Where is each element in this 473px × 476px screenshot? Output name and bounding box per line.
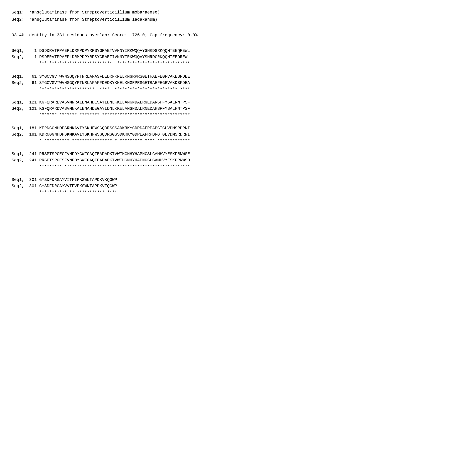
seq2-line-2: Seq2, 61 SYGCVGVTWVNSGQYPTNRLAFAFFDEDKYK…: [12, 80, 268, 86]
seq2-line-4: Seq2, 181 KDRNGGNHDPSKMKAVIYSKHFWSGQDRSG…: [12, 131, 268, 138]
seq2-description: Transglutaminase from Streptoverticilliu…: [27, 17, 157, 22]
alignment-container: Seq1, 1 DSDDRVTPPAEPLDRMPDPYRPSYGRAETVVN…: [12, 48, 268, 196]
seq1-label: Seq1:: [12, 10, 24, 15]
seq1-line-1: Seq1, 1 DSDDRVTPPAEPLDRMPDPYRPSYGRAETVVN…: [12, 48, 268, 54]
summary-section: 93.4% identity in 331 residues overlap; …: [12, 32, 268, 38]
seq2-header: Seq2: Transglutaminase from Streptoverti…: [12, 17, 268, 23]
seq2-line-6: Seq2, 301 GYSDFDRGAYVVTFVPKSWNTAPDKVTQGW…: [12, 183, 268, 189]
match-line-4: * ********** **************** * ********…: [12, 138, 268, 144]
match-line-1: *** ************************* **********…: [12, 60, 268, 67]
match-line-6: *********** ** *********** ****: [12, 189, 268, 196]
header-section: Seq1: Transglutaminase from Streptoverti…: [12, 9, 268, 23]
seq1-line-5: Seq1, 241 PRSPTSPGEGFVNFDYGWFGAQTEADADKT…: [12, 151, 268, 157]
seq1-description: Transglutaminase from Streptoverticilliu…: [27, 10, 160, 15]
alignment-block-5: Seq1, 241 PRSPTSPGEGFVNFDYGWFGAQTEADADKT…: [12, 151, 268, 170]
summary-text: 93.4% identity in 331 residues overlap; …: [12, 33, 197, 37]
seq2-label: Seq2:: [12, 17, 24, 22]
seq1-line-3: Seq1, 121 KGFQRAREVASVMNRALENAHDESAYLDNL…: [12, 99, 268, 105]
seq2-line-1: Seq2, 1 DSDERVTPPAEPLDRMPDPYRPSYGRAETIVN…: [12, 54, 268, 60]
alignment-block-1: Seq1, 1 DSDDRVTPPAEPLDRMPDPYRPSYGRAETVVN…: [12, 48, 268, 67]
alignment-block-6: Seq1, 301 GYSDFDRGAYVITFIPKSWNTAPDKVKQGW…: [12, 177, 268, 196]
seq1-line-4: Seq1, 181 KERNGGNHDPSRMKAVIYSKHFWSGQDRSS…: [12, 125, 268, 131]
alignment-block-2: Seq1, 61 SYGCVGVTWVNSGQYPTNRLAFASFDEDRFK…: [12, 73, 268, 92]
alignment-block-4: Seq1, 181 KERNGGNHDPSRMKAVIYSKHFWSGQDRSS…: [12, 125, 268, 144]
seq2-line-5: Seq2, 241 PRSPTSPGESFVNFDYGWFGAQTEADADKT…: [12, 157, 268, 164]
seq2-line-3: Seq2, 121 KGFQRARDVASVMNKALENAHDEGAYLDNL…: [12, 105, 268, 112]
main-content: Seq1: Transglutaminase from Streptoverti…: [12, 9, 268, 196]
match-line-5: ********* ******************************…: [12, 164, 268, 170]
match-line-3: ******* ******* ******** ***************…: [12, 112, 268, 118]
match-line-2: ********************** **** ************…: [12, 86, 268, 92]
seq1-header: Seq1: Transglutaminase from Streptoverti…: [12, 9, 268, 16]
seq1-line-6: Seq1, 301 GYSDFDRGAYVITFIPKSWNTAPDKVKQGW…: [12, 177, 268, 183]
alignment-block-3: Seq1, 121 KGFQRAREVASVMNRALENAHDESAYLDNL…: [12, 99, 268, 118]
seq1-line-2: Seq1, 61 SYGCVGVTWVNSGQYPTNRLAFASFDEDRFK…: [12, 73, 268, 80]
